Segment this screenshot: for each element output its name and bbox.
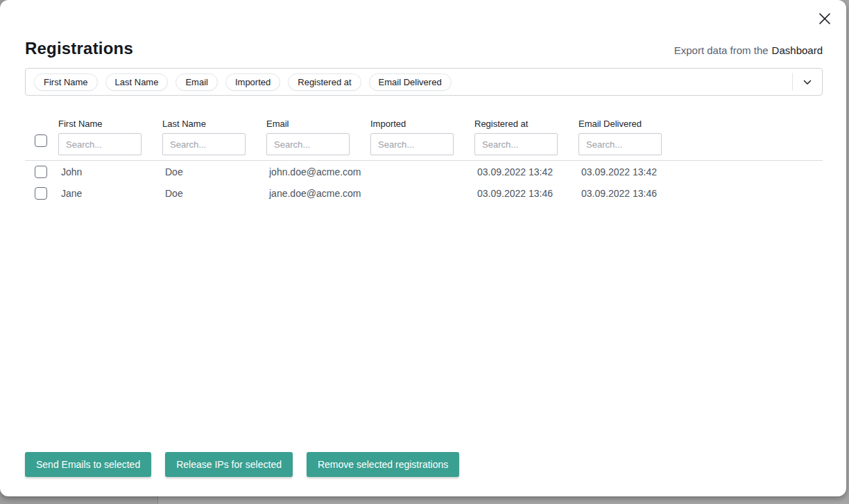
chevron-down-icon [803,77,812,87]
cell-first-name: Jane [58,188,162,199]
cell-email: jane.doe@acme.com [266,188,370,199]
column-header-imported: Imported [370,119,474,129]
actions-bar: Send Emails to selected Release IPs for … [25,452,459,477]
filter-bar: First Name Last Name Email Imported Regi… [25,68,823,96]
column-email: Email [266,119,370,155]
cell-registered-at: 03.09.2022 13:42 [474,166,578,177]
registrations-table: First Name Last Name Email Imported Regi… [25,119,823,204]
cell-email-delivered: 03.09.2022 13:46 [578,188,823,199]
modal-header: Registrations Export data from the Dashb… [25,0,823,58]
cell-last-name: Doe [162,166,266,177]
export-hint-text: Export data from the [674,44,769,56]
cell-registered-at: 03.09.2022 13:46 [474,188,578,199]
release-ips-button[interactable]: Release IPs for selected [165,452,293,477]
column-imported: Imported [370,119,474,155]
column-header-last-name: Last Name [162,119,266,129]
column-header-first-name: First Name [58,119,162,129]
filter-pill-email-delivered[interactable]: Email Delivered [369,73,452,91]
row-checkbox[interactable] [35,187,47,200]
registrations-modal: Registrations Export data from the Dashb… [0,0,846,496]
close-button[interactable] [817,11,832,26]
send-emails-button[interactable]: Send Emails to selected [25,452,151,477]
dashboard-link[interactable]: Dashboard [772,44,823,56]
search-input-first-name[interactable] [58,133,142,155]
table-row: John Doe john.doe@acme.com 03.09.2022 13… [25,161,823,182]
export-hint: Export data from the Dashboard [674,44,823,56]
filter-pill-registered-at[interactable]: Registered at [288,73,361,91]
filter-dropdown-button[interactable] [793,69,822,95]
cell-email-delivered: 03.09.2022 13:42 [578,166,823,177]
search-input-imported[interactable] [370,133,454,155]
column-header-email: Email [266,119,370,129]
filter-pill-first-name[interactable]: First Name [34,73,98,91]
search-input-last-name[interactable] [162,133,246,155]
close-icon [818,12,831,25]
cell-last-name: Doe [162,188,266,199]
remove-registrations-button[interactable]: Remove selected registrations [307,452,459,477]
search-input-registered-at[interactable] [474,133,558,155]
row-checkbox[interactable] [35,166,47,178]
page-title: Registrations [25,39,133,58]
table-row: Jane Doe jane.doe@acme.com 03.09.2022 13… [25,182,823,204]
column-email-delivered: Email Delivered [578,119,823,155]
filter-pill-last-name[interactable]: Last Name [105,73,169,91]
filter-pill-email[interactable]: Email [175,73,218,91]
column-header-email-delivered: Email Delivered [578,119,823,129]
column-last-name: Last Name [162,119,266,155]
search-input-email[interactable] [266,133,350,155]
column-first-name: First Name [58,119,162,155]
search-input-email-delivered[interactable] [578,133,662,155]
cell-email: john.doe@acme.com [266,166,370,177]
table-header-row: First Name Last Name Email Imported Regi… [25,119,823,155]
column-header-registered-at: Registered at [474,119,578,129]
cell-first-name: John [58,166,162,177]
filter-pill-imported[interactable]: Imported [225,73,280,91]
select-all-checkbox[interactable] [35,134,47,147]
column-registered-at: Registered at [474,119,578,155]
